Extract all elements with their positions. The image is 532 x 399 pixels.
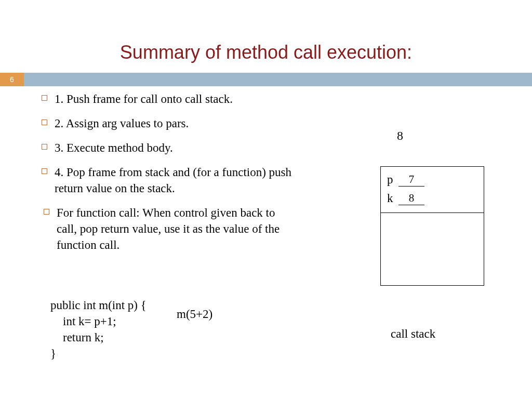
stack-label: call stack: [391, 327, 435, 341]
list-item: 2. Assign arg values to pars.: [42, 115, 296, 131]
variable-name: k: [387, 192, 398, 205]
bullet-box-icon: [42, 144, 47, 150]
code-line: }: [50, 345, 147, 362]
slide-title: Summary of method call execution:: [0, 42, 532, 63]
code-line: public int m(int p) {: [50, 297, 147, 313]
list-item-text: 4. Pop frame from stack and (for a funct…: [55, 164, 296, 196]
header-bar: [0, 73, 532, 86]
variable-blank: 7: [398, 175, 424, 187]
list-item-text: For function call: When control given ba…: [57, 205, 296, 253]
variable-name: p: [387, 173, 398, 187]
code-line: int k= p+1;: [50, 313, 147, 329]
list-item: For function call: When control given ba…: [42, 205, 296, 253]
bullet-box-icon: [42, 95, 47, 101]
stack-frame-bottom: [380, 213, 484, 286]
list-item: 3. Execute method body.: [42, 140, 296, 156]
variable-row: p 7: [387, 173, 477, 187]
variable-row: k 8: [387, 192, 477, 205]
list-item-text: 2. Assign arg values to pars.: [55, 115, 296, 131]
bullet-box-icon: [44, 209, 49, 215]
code-line: return k;: [50, 329, 147, 345]
slide: Summary of method call execution: 6 1. P…: [0, 0, 532, 399]
list-item-text: 3. Execute method body.: [55, 140, 296, 156]
variable-value: 8: [398, 192, 424, 205]
bullet-box-icon: [42, 168, 47, 174]
list-item: 1. Push frame for call onto call stack.: [42, 91, 296, 107]
call-stack-diagram: p 7 k 8: [380, 166, 484, 286]
variable-blank: 8: [398, 194, 424, 205]
code-snippet: public int m(int p) { int k= p+1; return…: [50, 297, 147, 362]
bullet-list: 1. Push frame for call onto call stack. …: [42, 91, 296, 261]
return-value: 8: [397, 129, 403, 143]
variable-value: 7: [398, 173, 424, 186]
list-item-text: 1. Push frame for call onto call stack.: [55, 91, 296, 107]
stack-frame-top: p 7 k 8: [380, 166, 484, 213]
call-expression: m(5+2): [177, 308, 212, 321]
list-item: 4. Pop frame from stack and (for a funct…: [42, 164, 296, 196]
bullet-box-icon: [42, 119, 47, 125]
page-number-badge: 6: [0, 73, 24, 86]
